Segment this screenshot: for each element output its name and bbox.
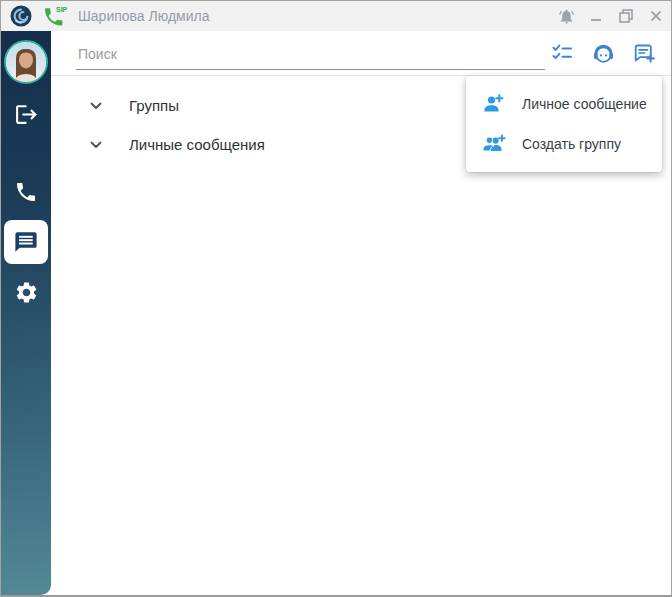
notifications-bell-icon[interactable] (551, 1, 581, 31)
phone-icon (14, 180, 38, 204)
minimize-button[interactable] (581, 1, 611, 31)
sidebar-item-logout[interactable] (1, 98, 51, 130)
new-message-icon[interactable] (631, 40, 657, 66)
tree-section-label: Группы (129, 97, 179, 114)
tree-section-label: Личные сообщения (129, 136, 265, 153)
app-window: SIP Шарипова Людмила (0, 0, 672, 597)
menu-item-personal-message[interactable]: Личное сообщение (466, 84, 662, 124)
chat-icon (13, 229, 39, 255)
chevron-down-icon (89, 99, 103, 113)
sidebar-item-chats[interactable] (4, 220, 48, 264)
support-headset-icon[interactable] (590, 40, 616, 66)
window-title: Шарипова Людмила (78, 8, 551, 24)
search-toolbar (51, 31, 671, 75)
menu-item-label: Личное сообщение (522, 96, 647, 112)
titlebar: SIP Шарипова Людмила (1, 1, 671, 31)
svg-text:SIP: SIP (56, 6, 68, 13)
sip-phone-icon: SIP (41, 4, 69, 28)
app-logo-icon (10, 5, 32, 27)
logout-icon (14, 102, 39, 127)
search-input[interactable] (76, 39, 545, 70)
sidebar-item-settings[interactable] (1, 276, 51, 308)
maximize-button[interactable] (611, 1, 641, 31)
sidebar (1, 31, 51, 595)
multi-select-checklist-icon[interactable] (549, 40, 575, 66)
menu-item-create-group[interactable]: Создать группу (466, 124, 662, 164)
chevron-down-icon (89, 138, 103, 152)
group-add-icon (482, 132, 506, 156)
user-avatar[interactable] (4, 40, 48, 84)
sidebar-item-phone[interactable] (1, 176, 51, 208)
new-message-dropdown: Личное сообщение Создать группу (466, 76, 662, 172)
close-button[interactable] (641, 1, 671, 31)
menu-item-label: Создать группу (522, 136, 621, 152)
person-add-icon (482, 92, 506, 116)
gear-icon (14, 280, 39, 305)
